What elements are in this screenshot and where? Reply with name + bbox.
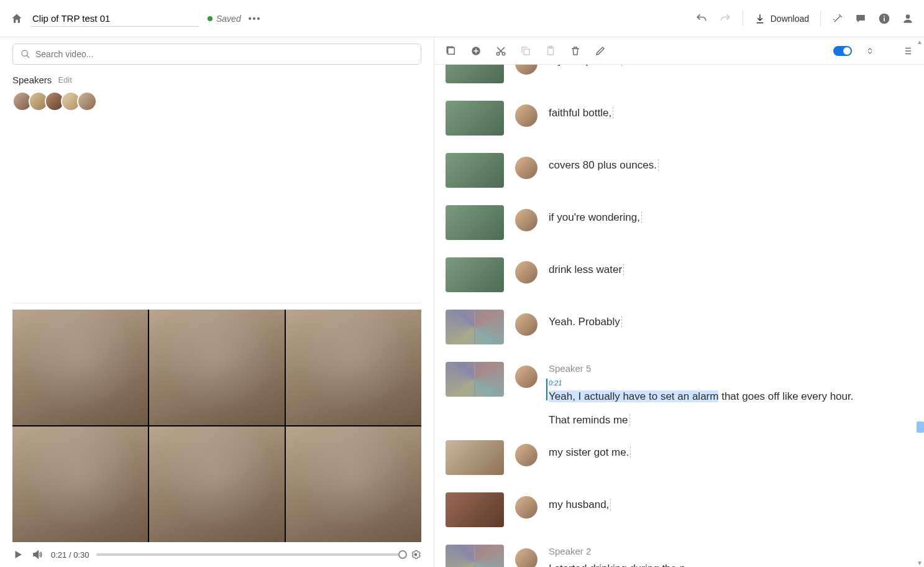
avatar: [515, 209, 537, 231]
avatar[interactable]: [77, 91, 97, 111]
scrollbar[interactable]: ▲ ▼: [915, 37, 924, 567]
speaker-label: Speaker 2: [549, 545, 685, 558]
wand-icon[interactable]: [832, 13, 843, 24]
transcript-text[interactable]: I started drinking during the p: [549, 561, 685, 567]
video-tile: [149, 426, 285, 542]
transcript-text[interactable]: my husband,: [549, 499, 611, 510]
redo-icon[interactable]: [719, 12, 731, 25]
search-box[interactable]: [12, 44, 421, 65]
scroll-down-icon[interactable]: ▼: [915, 558, 924, 567]
avatar: [515, 104, 537, 127]
search-icon: [21, 49, 30, 59]
sort-icon[interactable]: [866, 45, 874, 57]
speakers-section: Speakers Edit: [0, 71, 434, 115]
video-tile: [286, 310, 421, 425]
download-button[interactable]: Download: [754, 13, 809, 24]
main: Speakers Edit 0:21 / 0:30: [0, 37, 924, 567]
svg-rect-10: [524, 49, 529, 55]
avatar: [515, 65, 537, 75]
svg-point-3: [906, 14, 910, 19]
edit-pencil-icon[interactable]: [595, 45, 606, 57]
clip-thumbnail[interactable]: [446, 101, 504, 136]
transcript-list[interactable]: my companion. faithful bottle, covers 80…: [434, 65, 924, 567]
profile-icon[interactable]: [902, 12, 914, 25]
transcript-row: faithful bottle,: [446, 101, 913, 136]
transcript-text[interactable]: Yeah. Probably: [549, 316, 622, 328]
speaker-avatars: [12, 91, 421, 111]
transcript-text[interactable]: drink less water: [549, 264, 624, 275]
transcript-text[interactable]: faithful bottle,: [549, 107, 613, 119]
add-clip-icon[interactable]: [446, 45, 457, 57]
svg-rect-2: [884, 16, 885, 17]
clip-thumbnail[interactable]: [446, 205, 504, 240]
clip-thumbnail[interactable]: [446, 65, 504, 83]
more-menu-icon[interactable]: •••: [249, 14, 262, 24]
project-title-input[interactable]: [31, 11, 199, 27]
download-label: Download: [771, 14, 809, 24]
avatar: [515, 548, 537, 567]
copy-icon[interactable]: [520, 45, 531, 57]
info-icon[interactable]: [878, 12, 890, 25]
transcript-row: drink less water: [446, 257, 913, 292]
clip-thumbnail[interactable]: [446, 153, 504, 188]
home-icon[interactable]: [10, 12, 24, 25]
delete-icon[interactable]: [570, 45, 581, 57]
add-icon[interactable]: [470, 45, 482, 57]
clip-thumbnail[interactable]: [446, 492, 504, 527]
scroll-marker: [917, 422, 924, 433]
status-text: Saved: [216, 14, 241, 24]
speakers-label: Speakers: [12, 75, 52, 85]
undo-icon[interactable]: [695, 12, 708, 25]
paste-icon[interactable]: [545, 45, 556, 57]
progress-knob[interactable]: [398, 550, 407, 559]
cut-icon[interactable]: [495, 45, 506, 57]
transcript-row: covers 80 plus ounces.: [446, 153, 913, 188]
save-status: Saved: [208, 14, 241, 24]
transcript-row: my husband,: [446, 492, 913, 527]
thumbnail-toggle[interactable]: [833, 46, 852, 56]
speaker-label: Speaker 5: [549, 362, 853, 375]
left-panel: Speakers Edit 0:21 / 0:30: [0, 37, 434, 567]
player-controls: 0:21 / 0:30: [0, 542, 434, 567]
speakers-edit-link[interactable]: Edit: [58, 75, 71, 85]
clip-thumbnail[interactable]: [446, 257, 504, 292]
transcript-text[interactable]: if you're wondering,: [549, 211, 642, 223]
transcript-row: Yeah. Probably: [446, 310, 913, 344]
transcript-text[interactable]: my sister got me.: [549, 446, 631, 458]
clip-thumbnail[interactable]: [446, 545, 504, 567]
clip-thumbnail[interactable]: [446, 440, 504, 475]
search-input[interactable]: [35, 49, 413, 59]
progress-bar[interactable]: [96, 553, 403, 556]
clip-thumbnail[interactable]: [446, 362, 504, 397]
volume-icon[interactable]: [31, 549, 43, 560]
video-preview[interactable]: [12, 310, 421, 542]
top-bar: Saved ••• Download: [0, 0, 924, 37]
transcript-text[interactable]: my companion.: [549, 65, 622, 67]
playback-time: 0:21 / 0:30: [51, 550, 89, 560]
comment-icon[interactable]: [854, 13, 867, 24]
transcript-panel: my companion. faithful bottle, covers 80…: [434, 37, 924, 567]
svg-rect-1: [884, 17, 885, 21]
settings-gear-icon[interactable]: [410, 549, 421, 560]
transcript-text[interactable]: covers 80 plus ounces.: [549, 159, 659, 171]
svg-rect-6: [448, 47, 455, 54]
transcript-text[interactable]: That reminds me: [549, 414, 630, 426]
play-icon[interactable]: [12, 549, 24, 560]
top-actions: Download: [695, 11, 914, 26]
avatar: [515, 444, 537, 466]
avatar: [515, 366, 537, 388]
svg-point-9: [502, 52, 505, 55]
svg-point-4: [22, 50, 27, 56]
transcript-row: my sister got me.: [446, 440, 913, 475]
timestamp[interactable]: 0:21: [549, 379, 853, 388]
list-icon[interactable]: [902, 45, 913, 57]
clip-thumbnail[interactable]: [446, 310, 504, 344]
avatar: [515, 157, 537, 179]
video-tile: [12, 426, 148, 542]
status-dot-icon: [208, 16, 213, 21]
transcript-text[interactable]: Yeah, I actually have to set an alarm th…: [549, 389, 853, 404]
avatar: [515, 496, 537, 519]
transcript-row: Speaker 5 0:21 Yeah, I actually have to …: [446, 362, 913, 428]
scroll-up-icon[interactable]: ▲: [915, 37, 924, 46]
avatar: [515, 261, 537, 284]
